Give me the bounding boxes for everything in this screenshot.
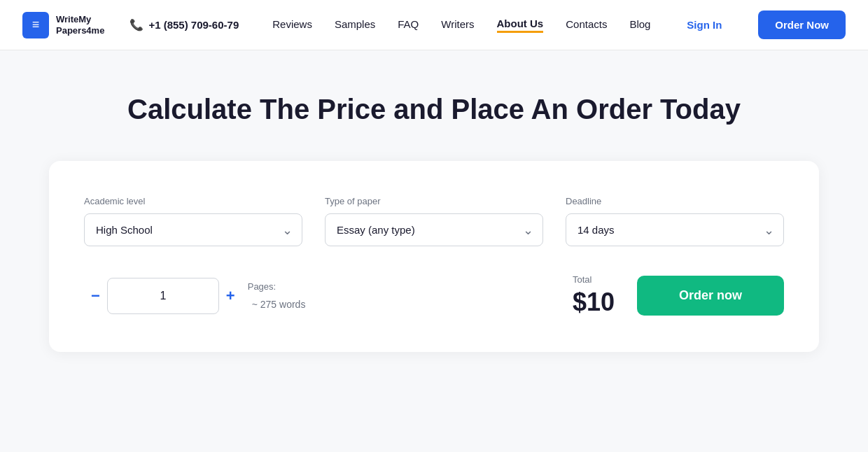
nav-writers[interactable]: Writers — [441, 18, 474, 31]
phone-number: +1 (855) 709-60-79 — [148, 19, 239, 31]
total-order-section: Total $10 Order now — [573, 274, 784, 317]
page-title: Calculate The Price and Place An Order T… — [28, 92, 840, 126]
words-label: ~ 275 words — [252, 299, 306, 310]
deadline-group: Deadline 14 days 10 days 7 days 5 days 3… — [566, 196, 784, 246]
order-now-button[interactable]: Order now — [637, 276, 784, 316]
phone-icon: 📞 — [130, 18, 144, 31]
calculator-top-row: Academic level High School Undergraduate… — [84, 196, 784, 246]
deadline-select-wrapper: 14 days 10 days 7 days 5 days 3 days 2 d… — [566, 213, 784, 246]
deadline-select[interactable]: 14 days 10 days 7 days 5 days 3 days 2 d… — [566, 213, 784, 246]
nav-reviews[interactable]: Reviews — [272, 18, 312, 31]
decrease-pages-button[interactable]: − — [84, 288, 107, 304]
total-label: Total — [573, 274, 592, 285]
nav-about-us[interactable]: About Us — [497, 17, 544, 33]
academic-level-label: Academic level — [84, 196, 302, 206]
total-area: Total $10 — [573, 274, 615, 317]
deadline-label: Deadline — [566, 196, 784, 206]
paper-type-label: Type of paper — [325, 196, 543, 206]
main-nav: Reviews Samples FAQ Writers About Us Con… — [272, 10, 846, 39]
header: ≡ WriteMy Papers4me 📞 +1 (855) 709-60-79… — [0, 0, 868, 50]
pages-words-block: Pages: ~ 275 words — [248, 281, 306, 310]
logo-text-line2: Papers4me — [56, 25, 104, 36]
total-price: $10 — [573, 288, 615, 317]
increase-pages-button[interactable]: + — [219, 288, 242, 304]
academic-level-select-wrapper: High School Undergraduate Bachelor Maste… — [84, 213, 302, 246]
nav-blog[interactable]: Blog — [629, 18, 650, 31]
academic-level-select[interactable]: High School Undergraduate Bachelor Maste… — [84, 213, 302, 246]
nav-contacts[interactable]: Contacts — [566, 18, 607, 31]
logo-icon: ≡ — [22, 12, 49, 38]
paper-type-select-wrapper: Essay (any type) Research Paper Coursewo… — [325, 213, 543, 246]
phone-link[interactable]: 📞 +1 (855) 709-60-79 — [130, 18, 239, 31]
nav-faq[interactable]: FAQ — [398, 18, 419, 31]
logo-text-line1: WriteMy — [56, 14, 104, 25]
paper-type-group: Type of paper Essay (any type) Research … — [325, 196, 543, 246]
pages-value-display: 1 — [107, 278, 219, 314]
signin-link[interactable]: Sign In — [687, 19, 722, 31]
paper-type-select[interactable]: Essay (any type) Research Paper Coursewo… — [325, 213, 543, 246]
pages-label: Pages: — [248, 281, 276, 292]
logo[interactable]: ≡ WriteMy Papers4me — [22, 12, 104, 38]
nav-samples[interactable]: Samples — [335, 18, 375, 31]
main-content: Calculate The Price and Place An Order T… — [0, 50, 868, 452]
academic-level-group: Academic level High School Undergraduate… — [84, 196, 302, 246]
header-order-now-button[interactable]: Order Now — [758, 10, 846, 39]
calculator-bottom-row: − 1 + Pages: ~ 275 words Total $10 Order… — [84, 274, 784, 317]
calculator-card: Academic level High School Undergraduate… — [49, 161, 819, 352]
pages-controls: − 1 + — [84, 278, 242, 314]
